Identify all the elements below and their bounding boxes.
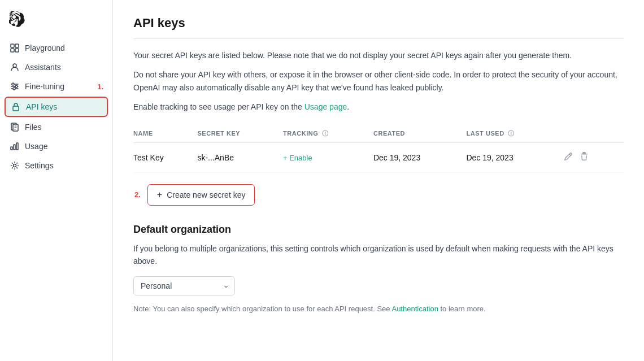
svg-rect-0 bbox=[11, 44, 14, 47]
svg-point-8 bbox=[15, 85, 18, 88]
sidebar-item-fine-tuning[interactable]: Fine-tuning 1. bbox=[5, 77, 108, 95]
sidebar-item-playground[interactable]: Playground bbox=[5, 39, 108, 57]
edit-key-button[interactable] bbox=[562, 150, 575, 166]
default-org-description: If you belong to multiple organizations,… bbox=[133, 242, 624, 268]
sidebar-item-label: Assistants bbox=[25, 63, 61, 72]
openai-logo-icon bbox=[9, 11, 25, 27]
col-secret-key: SECRET KEY bbox=[197, 125, 283, 143]
default-org-section: Default organization If you belong to mu… bbox=[133, 224, 624, 316]
delete-key-button[interactable] bbox=[577, 150, 591, 166]
key-last-used: Dec 19, 2023 bbox=[466, 142, 561, 172]
org-select-wrapper: Personal ⌃ bbox=[133, 276, 235, 295]
create-button-wrapper: 2. + Create new secret key bbox=[133, 184, 624, 206]
svg-rect-11 bbox=[13, 106, 19, 111]
grid-icon bbox=[10, 44, 19, 53]
svg-rect-14 bbox=[11, 147, 12, 150]
org-select[interactable]: Personal bbox=[133, 276, 235, 295]
sidebar-item-files[interactable]: Files bbox=[5, 118, 108, 136]
sidebar-item-label: Settings bbox=[25, 161, 54, 170]
warning-text: Do not share your API key with others, o… bbox=[133, 68, 624, 94]
api-keys-table: NAME SECRET KEY TRACKING ⓘ CREATED LAST … bbox=[133, 125, 624, 173]
last-used-info-icon: ⓘ bbox=[508, 130, 515, 137]
tracking-note-suffix: . bbox=[347, 102, 349, 111]
svg-point-17 bbox=[14, 164, 16, 167]
bar-chart-icon bbox=[10, 142, 19, 151]
sidebar-item-label: Usage bbox=[25, 142, 47, 151]
svg-rect-1 bbox=[15, 44, 19, 47]
warning-text-content: Do not share your API key with others, o… bbox=[133, 70, 617, 92]
svg-rect-3 bbox=[15, 49, 19, 52]
usage-page-link[interactable]: Usage page bbox=[304, 102, 347, 111]
gear-icon bbox=[10, 161, 19, 170]
create-button-label: Create new secret key bbox=[167, 190, 245, 199]
sidebar-item-label: Playground bbox=[25, 44, 65, 53]
enable-tracking-link[interactable]: + Enable bbox=[283, 154, 312, 162]
sidebar: Playground Assistants Fine-tuning 1. API… bbox=[0, 0, 113, 361]
sidebar-item-label: Files bbox=[25, 123, 42, 132]
svg-rect-15 bbox=[14, 145, 15, 150]
step2-label: 2. bbox=[134, 190, 141, 199]
key-actions bbox=[562, 142, 624, 172]
svg-point-10 bbox=[13, 88, 15, 90]
col-created: CREATED bbox=[373, 125, 467, 143]
sidebar-item-label: API keys bbox=[26, 102, 57, 111]
key-name: Test Key bbox=[133, 142, 197, 172]
sidebar-item-api-keys[interactable]: API keys bbox=[5, 97, 108, 117]
svg-point-4 bbox=[13, 64, 16, 67]
key-secret: sk-...AnBe bbox=[197, 142, 283, 172]
col-tracking: TRACKING ⓘ bbox=[283, 125, 373, 143]
note-suffix: to learn more. bbox=[438, 305, 486, 313]
lock-icon bbox=[11, 102, 20, 111]
plus-icon: + bbox=[157, 190, 162, 200]
default-org-title: Default organization bbox=[133, 224, 624, 236]
sidebar-item-assistants[interactable]: Assistants bbox=[5, 58, 108, 76]
svg-point-6 bbox=[12, 83, 14, 85]
tracking-note-prefix: Enable tracking to see usage per API key… bbox=[133, 102, 304, 111]
step1-label: 1. bbox=[97, 82, 103, 91]
sidebar-item-label: Fine-tuning bbox=[25, 82, 64, 91]
sidebar-item-usage[interactable]: Usage bbox=[5, 137, 108, 155]
authentication-link[interactable]: Authentication bbox=[391, 305, 438, 313]
files-icon bbox=[10, 123, 19, 132]
tracking-note: Enable tracking to see usage per API key… bbox=[133, 101, 624, 113]
svg-rect-2 bbox=[11, 49, 14, 52]
org-note: Note: You can also specify which organiz… bbox=[133, 303, 624, 315]
description-1: Your secret API keys are listed below. P… bbox=[133, 49, 624, 62]
col-actions bbox=[562, 125, 624, 143]
tracking-info-icon: ⓘ bbox=[322, 130, 329, 137]
key-created: Dec 19, 2023 bbox=[373, 142, 467, 172]
sliders-icon bbox=[10, 82, 19, 91]
col-name: NAME bbox=[133, 125, 197, 143]
main-content: API keys Your secret API keys are listed… bbox=[113, 0, 644, 361]
key-tracking: + Enable bbox=[283, 142, 373, 172]
svg-rect-16 bbox=[16, 143, 18, 150]
page-title: API keys bbox=[133, 16, 624, 39]
table-row: Test Key sk-...AnBe + Enable Dec 19, 202… bbox=[133, 142, 624, 172]
col-last-used: LAST USED ⓘ bbox=[466, 125, 561, 143]
sidebar-item-settings[interactable]: Settings bbox=[5, 156, 108, 175]
create-secret-key-button[interactable]: + Create new secret key bbox=[147, 184, 255, 206]
logo bbox=[5, 7, 108, 38]
person-icon bbox=[10, 63, 19, 72]
note-prefix: Note: You can also specify which organiz… bbox=[133, 305, 391, 313]
